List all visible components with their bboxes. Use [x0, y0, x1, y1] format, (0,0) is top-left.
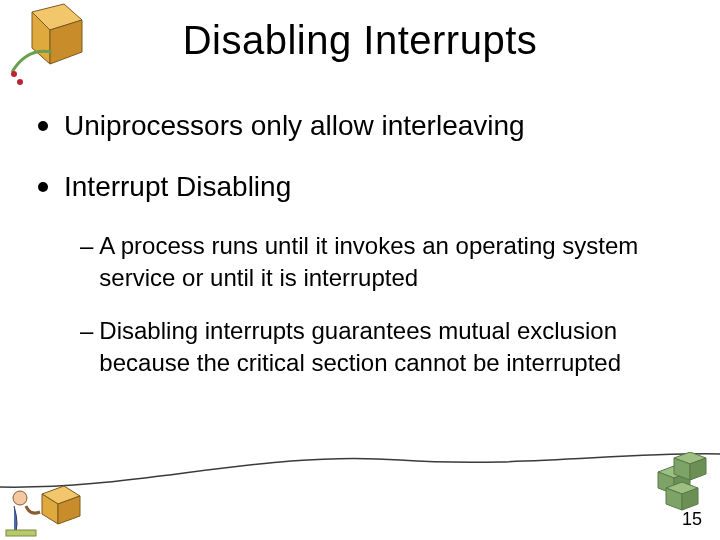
bullet-1-text: Uniprocessors only allow interleaving	[64, 108, 525, 143]
slide: Disabling Interrupts Uniprocessors only …	[0, 0, 720, 540]
person-box-graphic	[2, 476, 92, 538]
stacked-cubes-graphic	[652, 452, 712, 512]
svg-point-17	[13, 491, 27, 505]
bullet-dot-icon	[38, 121, 48, 131]
bullet-dot-icon	[38, 182, 48, 192]
bullet-1: Uniprocessors only allow interleaving	[38, 108, 678, 143]
svg-rect-18	[6, 530, 36, 536]
svg-point-4	[17, 79, 23, 85]
bullet-2-sub-1-text: A process runs until it invokes an opera…	[99, 230, 678, 293]
bullet-2: Interrupt Disabling	[38, 169, 678, 204]
footer-swoosh	[0, 442, 720, 492]
dash-icon: –	[80, 315, 93, 346]
page-number: 15	[682, 509, 702, 530]
dash-icon: –	[80, 230, 93, 261]
slide-title: Disabling Interrupts	[0, 18, 720, 63]
bullet-2-sub-1: – A process runs until it invokes an ope…	[80, 230, 678, 293]
svg-point-3	[11, 71, 17, 77]
bullet-2-sub-2-text: Disabling interrupts guarantees mutual e…	[99, 315, 678, 378]
bullet-2-text: Interrupt Disabling	[64, 169, 291, 204]
bullet-2-sub-2: – Disabling interrupts guarantees mutual…	[80, 315, 678, 378]
slide-body: Uniprocessors only allow interleaving In…	[38, 108, 678, 401]
